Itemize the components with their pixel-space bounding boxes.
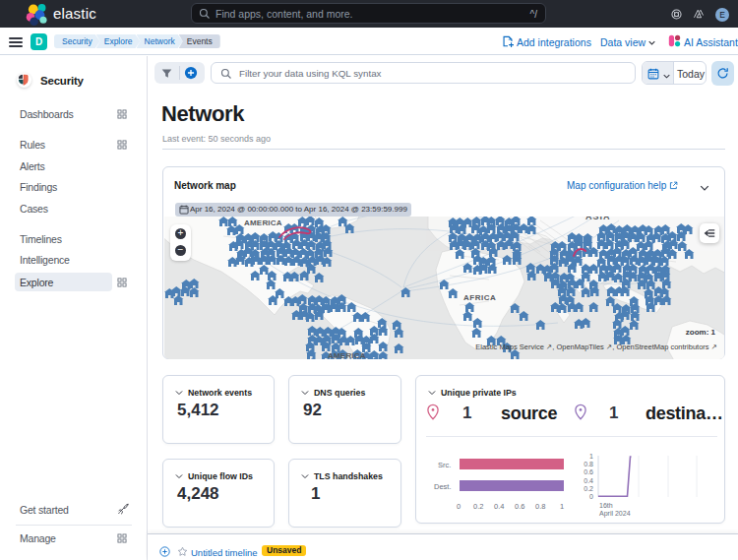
svg-text:AFRICA: AFRICA [463,293,496,302]
svg-text:AMERICA: AMERICA [244,218,282,227]
svg-text:AMERICA: AMERICA [328,351,366,359]
svg-text:ASIA: ASIA [585,217,611,221]
